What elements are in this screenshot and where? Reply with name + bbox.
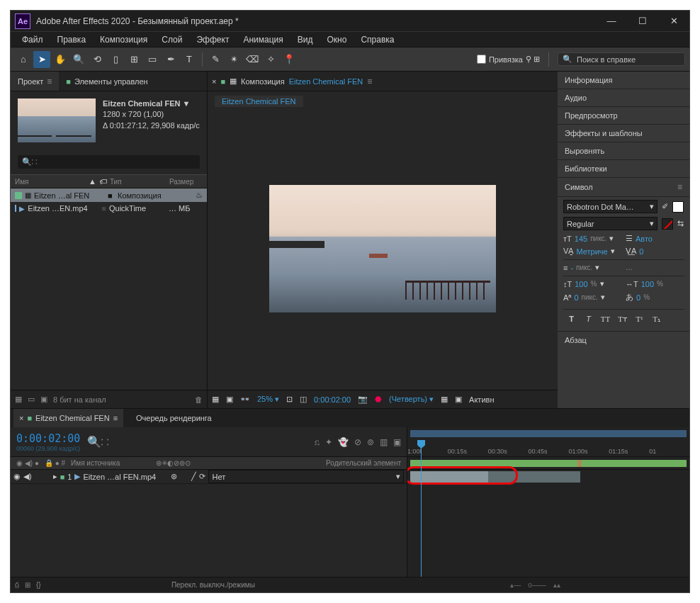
leading-value[interactable]: Авто (636, 235, 653, 243)
menu-file[interactable]: Файл (15, 33, 50, 46)
menu-help[interactable]: Справка (354, 33, 401, 46)
motionblur-icon[interactable]: ⊚ (367, 437, 374, 447)
menu-edit[interactable]: Правка (50, 33, 94, 46)
project-search-input[interactable]: 🔍⸬ (18, 155, 200, 169)
mask-toggle-icon[interactable]: 👓 (240, 395, 250, 404)
panel-libraries[interactable]: Библиотеки (558, 160, 689, 178)
timeline-tab-render[interactable]: Очередь рендеринга (130, 409, 218, 427)
camera-dropdown[interactable]: Активн (469, 395, 494, 404)
comp-subtab[interactable]: Eitzen Chemical FEN (215, 96, 303, 107)
superscript-button[interactable]: T¹ (633, 312, 646, 325)
hscale-value[interactable]: 100 (641, 280, 654, 288)
panel-effects[interactable]: Эффекты и шаблоны (558, 125, 689, 142)
roto-tool-icon[interactable]: ✧ (262, 51, 279, 68)
toggle-modes-icon[interactable]: ⊞ (25, 581, 30, 589)
fast-preview-icon[interactable]: ▦ (441, 395, 448, 404)
bold-button[interactable]: T (565, 312, 578, 325)
menu-animation[interactable]: Анимация (236, 33, 290, 46)
panel-paragraph[interactable]: Абзац (558, 331, 689, 349)
menu-view[interactable]: Вид (290, 33, 320, 46)
panel-audio[interactable]: Аудио (558, 89, 689, 107)
panel-character-header[interactable]: Символ≡ (558, 178, 689, 197)
project-row-footage[interactable]: ▶ Eitzen …EN.mp4 ■ QuickTime … МБ (11, 202, 207, 215)
brush-tool-icon[interactable]: ✎ (207, 51, 224, 68)
parent-dropdown[interactable]: Нет▾ (208, 470, 404, 483)
toggle-pane-icon[interactable]: {} (36, 581, 41, 589)
playhead[interactable] (421, 440, 422, 577)
draft3d-icon[interactable]: ✦ (325, 437, 332, 447)
font-size-value[interactable]: 145 (575, 235, 587, 243)
panel-info[interactable]: Информация (558, 72, 689, 89)
show-channel-icon[interactable]: ⬣ (375, 395, 382, 404)
timeline-icon[interactable]: ▣ (455, 395, 462, 404)
new-folder-icon[interactable]: ▭ (28, 395, 35, 404)
vscale-value[interactable]: 100 (575, 280, 587, 288)
baseline-value[interactable]: 0 (574, 293, 578, 302)
tsume-value[interactable]: 0 (636, 293, 640, 302)
stroke-over-dropdown[interactable]: … (626, 264, 633, 271)
layer-clip[interactable] (410, 471, 580, 483)
tab-project[interactable]: Проект ≡ (11, 72, 59, 91)
minimize-button[interactable]: — (596, 11, 627, 32)
shy-icon[interactable]: 👻 (338, 437, 349, 447)
interpret-footage-icon[interactable]: ▦ (15, 395, 22, 404)
grid-toggle-icon[interactable]: ▦ (212, 395, 219, 404)
allcaps-button[interactable]: TT (599, 312, 612, 325)
viewer-timecode[interactable]: 0:00:02:00 (314, 395, 351, 404)
tracking-value[interactable]: 0 (639, 247, 643, 256)
toggle-switches-label[interactable]: Перекл. выключ./режимы (171, 581, 255, 589)
snapshot-icon[interactable]: 📷 (358, 395, 368, 404)
project-row-comp[interactable]: ▦ Eitzen …al FEN ■ Композиция ♨ (11, 188, 207, 202)
graph-editor-icon[interactable]: ▥ (380, 437, 388, 447)
menu-window[interactable]: Окно (320, 33, 354, 46)
work-area-bar[interactable] (410, 460, 687, 467)
roi-icon[interactable]: ◫ (300, 395, 307, 404)
stroke-width-value[interactable]: - (570, 264, 573, 272)
delete-icon[interactable]: 🗑 (195, 395, 203, 404)
close-button[interactable]: ✕ (658, 11, 689, 32)
composition-viewer[interactable] (208, 107, 558, 390)
fill-color-swatch[interactable] (672, 201, 684, 213)
swap-colors-icon[interactable]: ⇆ (677, 219, 684, 228)
framemix-icon[interactable]: ⊘ (354, 437, 361, 447)
brainstorm-icon[interactable]: ▣ (393, 437, 401, 447)
italic-button[interactable]: T (582, 312, 595, 325)
work-area-overview[interactable] (410, 430, 687, 437)
new-comp-icon[interactable]: ▣ (40, 395, 47, 404)
pen-tool-icon[interactable]: ✒ (162, 51, 179, 68)
menu-layer[interactable]: Слой (154, 33, 189, 46)
help-search-input[interactable]: 🔍 Поиск в справке (558, 52, 685, 66)
panbehind-tool-icon[interactable]: ⊞ (125, 51, 142, 68)
zoom-tool-icon[interactable]: 🔍 (70, 51, 87, 68)
camera-tool-icon[interactable]: ▯ (107, 51, 124, 68)
timeline-search-icon[interactable]: 🔍⸬ (87, 435, 109, 449)
selection-tool-icon[interactable]: ➤ (33, 51, 50, 68)
color-depth-button[interactable]: 8 бит на канал (53, 395, 106, 404)
toggle-switches-icon[interactable]: ⎙ (15, 581, 19, 589)
quality-dropdown[interactable]: (Четверть) ▾ (389, 395, 434, 404)
eraser-tool-icon[interactable]: ⌫ (244, 51, 261, 68)
rect-tool-icon[interactable]: ▭ (144, 51, 161, 68)
home-tool-icon[interactable]: ⌂ (15, 51, 32, 68)
clone-tool-icon[interactable]: ✴ (225, 51, 242, 68)
resolution-icon[interactable]: ⊡ (286, 395, 293, 404)
subscript-button[interactable]: T₁ (650, 312, 663, 325)
kerning-value[interactable]: Метриче (577, 247, 608, 256)
hand-tool-icon[interactable]: ✋ (52, 51, 69, 68)
comp-flowchart-icon[interactable]: ⎌ (315, 437, 320, 447)
timeline-layer-row[interactable]: ◉◀) ▸■ 1 ▶ Eitzen …al FEN.mp4 ⊛╱ ⟳ Нет▾ (11, 470, 407, 484)
timeline-tab-comp[interactable]: × ■ Eitzen Chemical FEN ≡ (13, 409, 123, 427)
timeline-track-area[interactable]: 1:00f 00:15s 00:30s 00:45s 01:00s 01:15s… (407, 427, 689, 577)
current-timecode[interactable]: 0:00:02:00 (16, 432, 80, 445)
menu-effect[interactable]: Эффект (189, 33, 236, 46)
menu-composition[interactable]: Композиция (93, 33, 154, 46)
orbit-tool-icon[interactable]: ⟲ (89, 51, 106, 68)
channel-toggle-icon[interactable]: ▣ (226, 395, 233, 404)
panel-align[interactable]: Выровнять (558, 142, 689, 160)
maximize-button[interactable]: ☐ (627, 11, 658, 32)
stroke-color-swatch[interactable] (662, 218, 673, 230)
project-table-header[interactable]: Имя▲ 🏷Тип Размер (11, 174, 207, 188)
eyedropper-icon[interactable]: ✐ (662, 202, 668, 211)
zoom-dropdown[interactable]: 25% ▾ (257, 395, 279, 404)
smallcaps-button[interactable]: Tᴛ (616, 312, 629, 325)
